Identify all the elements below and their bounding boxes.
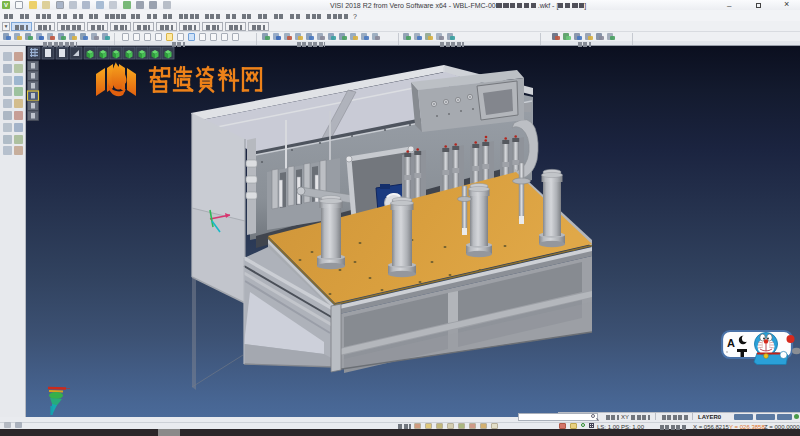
svg-text:A: A	[727, 337, 735, 349]
